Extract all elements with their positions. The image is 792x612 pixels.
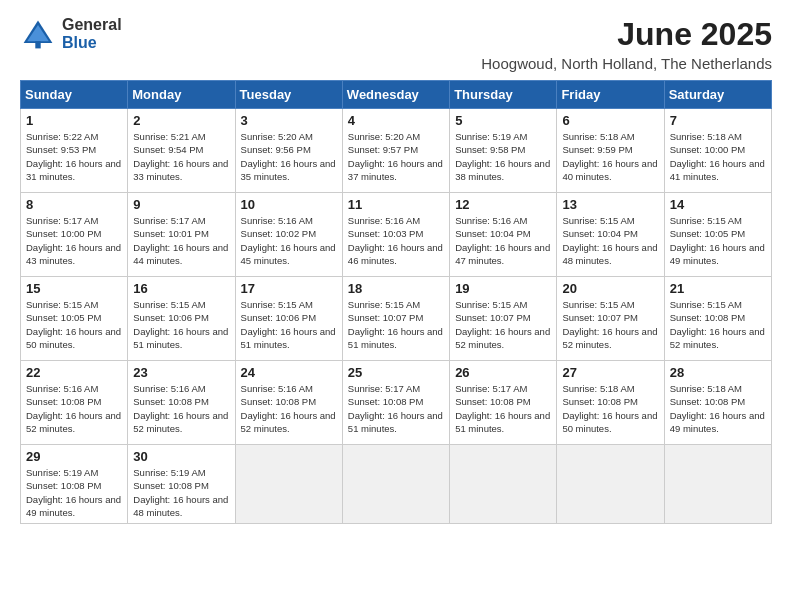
table-row: 3Sunrise: 5:20 AMSunset: 9:56 PMDaylight… <box>235 109 342 193</box>
day-number: 12 <box>455 197 551 212</box>
day-info: Sunrise: 5:16 AMSunset: 10:02 PMDaylight… <box>241 214 337 267</box>
day-info: Sunrise: 5:15 AMSunset: 10:06 PMDaylight… <box>133 298 229 351</box>
day-info: Sunrise: 5:16 AMSunset: 10:08 PMDaylight… <box>133 382 229 435</box>
day-number: 20 <box>562 281 658 296</box>
day-number: 6 <box>562 113 658 128</box>
table-row: 25Sunrise: 5:17 AMSunset: 10:08 PMDaylig… <box>342 361 449 445</box>
calendar-header-row: Sunday Monday Tuesday Wednesday Thursday… <box>21 81 772 109</box>
day-number: 14 <box>670 197 766 212</box>
table-row: 4Sunrise: 5:20 AMSunset: 9:57 PMDaylight… <box>342 109 449 193</box>
day-number: 5 <box>455 113 551 128</box>
day-info: Sunrise: 5:18 AMSunset: 10:08 PMDaylight… <box>670 382 766 435</box>
table-row: 11Sunrise: 5:16 AMSunset: 10:03 PMDaylig… <box>342 193 449 277</box>
table-row: 24Sunrise: 5:16 AMSunset: 10:08 PMDaylig… <box>235 361 342 445</box>
day-number: 3 <box>241 113 337 128</box>
table-row <box>557 445 664 524</box>
day-info: Sunrise: 5:17 AMSunset: 10:08 PMDaylight… <box>348 382 444 435</box>
table-row: 27Sunrise: 5:18 AMSunset: 10:08 PMDaylig… <box>557 361 664 445</box>
main-title: June 2025 <box>481 16 772 53</box>
table-row <box>450 445 557 524</box>
day-number: 25 <box>348 365 444 380</box>
table-row: 1Sunrise: 5:22 AMSunset: 9:53 PMDaylight… <box>21 109 128 193</box>
day-info: Sunrise: 5:15 AMSunset: 10:08 PMDaylight… <box>670 298 766 351</box>
table-row: 10Sunrise: 5:16 AMSunset: 10:02 PMDaylig… <box>235 193 342 277</box>
table-row: 8Sunrise: 5:17 AMSunset: 10:00 PMDayligh… <box>21 193 128 277</box>
table-row: 6Sunrise: 5:18 AMSunset: 9:59 PMDaylight… <box>557 109 664 193</box>
day-info: Sunrise: 5:17 AMSunset: 10:00 PMDaylight… <box>26 214 122 267</box>
col-monday: Monday <box>128 81 235 109</box>
table-row: 14Sunrise: 5:15 AMSunset: 10:05 PMDaylig… <box>664 193 771 277</box>
table-row: 2Sunrise: 5:21 AMSunset: 9:54 PMDaylight… <box>128 109 235 193</box>
day-info: Sunrise: 5:19 AMSunset: 10:08 PMDaylight… <box>26 466 122 519</box>
col-sunday: Sunday <box>21 81 128 109</box>
table-row <box>342 445 449 524</box>
col-saturday: Saturday <box>664 81 771 109</box>
day-number: 2 <box>133 113 229 128</box>
title-block: June 2025 Hoogwoud, North Holland, The N… <box>481 16 772 72</box>
day-info: Sunrise: 5:17 AMSunset: 10:01 PMDaylight… <box>133 214 229 267</box>
table-row: 16Sunrise: 5:15 AMSunset: 10:06 PMDaylig… <box>128 277 235 361</box>
logo: General Blue <box>20 16 122 52</box>
day-info: Sunrise: 5:15 AMSunset: 10:07 PMDaylight… <box>348 298 444 351</box>
day-number: 18 <box>348 281 444 296</box>
day-info: Sunrise: 5:18 AMSunset: 9:59 PMDaylight:… <box>562 130 658 183</box>
table-row: 9Sunrise: 5:17 AMSunset: 10:01 PMDayligh… <box>128 193 235 277</box>
table-row <box>235 445 342 524</box>
day-info: Sunrise: 5:18 AMSunset: 10:08 PMDaylight… <box>562 382 658 435</box>
svg-rect-2 <box>35 41 40 48</box>
day-number: 1 <box>26 113 122 128</box>
table-row <box>664 445 771 524</box>
day-info: Sunrise: 5:18 AMSunset: 10:00 PMDaylight… <box>670 130 766 183</box>
day-number: 23 <box>133 365 229 380</box>
day-number: 26 <box>455 365 551 380</box>
table-row: 17Sunrise: 5:15 AMSunset: 10:06 PMDaylig… <box>235 277 342 361</box>
table-row: 13Sunrise: 5:15 AMSunset: 10:04 PMDaylig… <box>557 193 664 277</box>
day-info: Sunrise: 5:16 AMSunset: 10:08 PMDaylight… <box>241 382 337 435</box>
day-number: 28 <box>670 365 766 380</box>
table-row: 28Sunrise: 5:18 AMSunset: 10:08 PMDaylig… <box>664 361 771 445</box>
week-row-1: 1Sunrise: 5:22 AMSunset: 9:53 PMDaylight… <box>21 109 772 193</box>
day-number: 24 <box>241 365 337 380</box>
calendar: Sunday Monday Tuesday Wednesday Thursday… <box>20 80 772 524</box>
table-row: 5Sunrise: 5:19 AMSunset: 9:58 PMDaylight… <box>450 109 557 193</box>
page: General Blue June 2025 Hoogwoud, North H… <box>0 0 792 612</box>
table-row: 12Sunrise: 5:16 AMSunset: 10:04 PMDaylig… <box>450 193 557 277</box>
day-number: 22 <box>26 365 122 380</box>
table-row: 22Sunrise: 5:16 AMSunset: 10:08 PMDaylig… <box>21 361 128 445</box>
table-row: 19Sunrise: 5:15 AMSunset: 10:07 PMDaylig… <box>450 277 557 361</box>
col-thursday: Thursday <box>450 81 557 109</box>
day-info: Sunrise: 5:16 AMSunset: 10:03 PMDaylight… <box>348 214 444 267</box>
day-number: 27 <box>562 365 658 380</box>
day-number: 15 <box>26 281 122 296</box>
header: General Blue June 2025 Hoogwoud, North H… <box>20 16 772 72</box>
day-number: 8 <box>26 197 122 212</box>
day-number: 16 <box>133 281 229 296</box>
day-number: 4 <box>348 113 444 128</box>
day-info: Sunrise: 5:22 AMSunset: 9:53 PMDaylight:… <box>26 130 122 183</box>
week-row-3: 15Sunrise: 5:15 AMSunset: 10:05 PMDaylig… <box>21 277 772 361</box>
day-info: Sunrise: 5:16 AMSunset: 10:04 PMDaylight… <box>455 214 551 267</box>
table-row: 21Sunrise: 5:15 AMSunset: 10:08 PMDaylig… <box>664 277 771 361</box>
table-row: 18Sunrise: 5:15 AMSunset: 10:07 PMDaylig… <box>342 277 449 361</box>
day-info: Sunrise: 5:15 AMSunset: 10:05 PMDaylight… <box>670 214 766 267</box>
day-number: 19 <box>455 281 551 296</box>
day-info: Sunrise: 5:21 AMSunset: 9:54 PMDaylight:… <box>133 130 229 183</box>
day-number: 10 <box>241 197 337 212</box>
table-row: 7Sunrise: 5:18 AMSunset: 10:00 PMDayligh… <box>664 109 771 193</box>
table-row: 30Sunrise: 5:19 AMSunset: 10:08 PMDaylig… <box>128 445 235 524</box>
table-row: 20Sunrise: 5:15 AMSunset: 10:07 PMDaylig… <box>557 277 664 361</box>
day-info: Sunrise: 5:15 AMSunset: 10:07 PMDaylight… <box>455 298 551 351</box>
day-number: 9 <box>133 197 229 212</box>
day-info: Sunrise: 5:20 AMSunset: 9:56 PMDaylight:… <box>241 130 337 183</box>
week-row-4: 22Sunrise: 5:16 AMSunset: 10:08 PMDaylig… <box>21 361 772 445</box>
day-info: Sunrise: 5:15 AMSunset: 10:05 PMDaylight… <box>26 298 122 351</box>
day-number: 29 <box>26 449 122 464</box>
day-info: Sunrise: 5:17 AMSunset: 10:08 PMDaylight… <box>455 382 551 435</box>
table-row: 23Sunrise: 5:16 AMSunset: 10:08 PMDaylig… <box>128 361 235 445</box>
week-row-2: 8Sunrise: 5:17 AMSunset: 10:00 PMDayligh… <box>21 193 772 277</box>
table-row: 29Sunrise: 5:19 AMSunset: 10:08 PMDaylig… <box>21 445 128 524</box>
day-number: 11 <box>348 197 444 212</box>
day-info: Sunrise: 5:15 AMSunset: 10:06 PMDaylight… <box>241 298 337 351</box>
day-info: Sunrise: 5:16 AMSunset: 10:08 PMDaylight… <box>26 382 122 435</box>
logo-text: General Blue <box>62 16 122 51</box>
